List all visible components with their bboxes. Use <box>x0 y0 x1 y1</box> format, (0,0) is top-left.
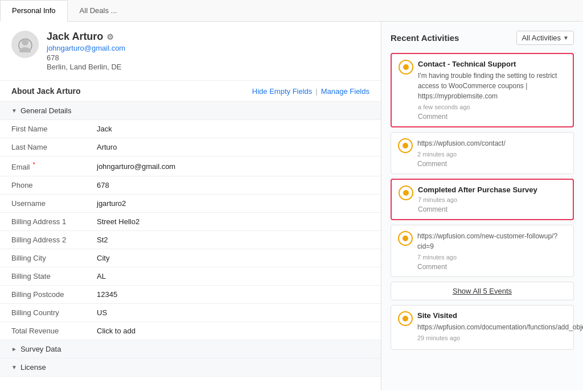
section-general-details[interactable]: ▼ General Details <box>0 102 381 120</box>
activity-time: 29 minutes ago <box>417 335 583 341</box>
activities-list: Contact - Technical SupportI'm having tr… <box>391 53 574 350</box>
activity-comment[interactable]: Comment <box>418 113 566 121</box>
field-label: Billing Postcode <box>0 286 85 304</box>
manage-fields-link[interactable]: Manage Fields <box>321 87 369 96</box>
table-row: Email *johngarturo@gmail.com <box>0 156 381 176</box>
gear-icon[interactable]: ⚙ <box>106 32 114 42</box>
table-row: Phone678 <box>0 176 381 195</box>
field-label: Billing Address 2 <box>0 231 85 249</box>
tab-all-deals[interactable]: All Deals ... <box>68 0 129 21</box>
activity-content: https://wpfusion.com/contact/2 minutes a… <box>417 138 566 168</box>
field-value[interactable]: Click to add <box>85 322 381 340</box>
section-license[interactable]: ▼ License <box>0 358 381 377</box>
activity-body: I'm having trouble finding the setting t… <box>418 71 566 101</box>
right-panel: Recent Activities All Activities ▼ Conta… <box>381 22 583 390</box>
profile-info: Jack Arturo ⚙ johngarturo@gmail.com 678 … <box>47 31 125 71</box>
field-value: St2 <box>85 231 381 249</box>
profile-phone: 678 <box>47 53 125 62</box>
activity-item-header: Completed After Purchase Survey7 minutes… <box>399 185 566 213</box>
left-panel: ◯ Jack Arturo ⚙ johngarturo@gmail.com 67… <box>0 22 381 390</box>
avatar: ◯ <box>11 31 39 58</box>
field-value: Arturo <box>85 138 381 156</box>
field-label: Last Name <box>0 138 85 156</box>
activity-item-header: https://wpfusion.com/new-customer-follow… <box>398 231 566 271</box>
tab-personal-info[interactable]: Personal Info <box>0 0 68 22</box>
activity-body: https://wpfusion.com/new-customer-follow… <box>417 231 566 251</box>
field-label: Phone <box>0 176 85 195</box>
activity-icon-inner <box>403 143 408 148</box>
field-value: AL <box>85 267 381 286</box>
field-label: Username <box>0 195 85 213</box>
activity-item: https://wpfusion.com/new-customer-follow… <box>391 225 574 277</box>
dropdown-arrow-icon: ▼ <box>563 35 569 41</box>
about-actions: Hide Empty Fields | Manage Fields <box>252 87 369 96</box>
field-value: US <box>85 304 381 322</box>
fields-table: First NameJackLast NameArturoEmail *john… <box>0 120 381 340</box>
activity-item-header: Site Visitedhttps://wpfusion.com/documen… <box>398 311 566 344</box>
field-label: Billing City <box>0 249 85 267</box>
tabs-container: Personal Info All Deals ... <box>0 0 583 22</box>
field-value: jgarturo2 <box>85 195 381 213</box>
activity-filter-label: All Activities <box>522 34 561 42</box>
hide-empty-fields-link[interactable]: Hide Empty Fields <box>252 87 312 96</box>
activity-icon-inner <box>403 64 409 70</box>
table-row: Billing CountryUS <box>0 304 381 322</box>
show-all-events[interactable]: Show All 5 Events <box>391 282 574 300</box>
chevron-right-icon: ► <box>11 346 17 352</box>
about-section: About Jack Arturo Hide Empty Fields | Ma… <box>0 81 381 377</box>
table-row: Last NameArturo <box>0 138 381 156</box>
field-value: Street Hello2 <box>85 213 381 231</box>
activity-title: Contact - Technical Support <box>418 60 566 68</box>
chevron-down-icon: ▼ <box>11 108 17 114</box>
activity-body: https://wpfusion.com/documentation/funct… <box>417 322 583 332</box>
activity-icon-inner <box>403 236 408 241</box>
table-row: Billing Address 1Street Hello2 <box>0 213 381 231</box>
activity-filter-dropdown[interactable]: All Activities ▼ <box>516 31 574 45</box>
activity-body: https://wpfusion.com/contact/ <box>417 138 566 148</box>
field-label: Email * <box>0 156 85 176</box>
activity-item: https://wpfusion.com/contact/2 minutes a… <box>391 132 574 174</box>
activity-time: 2 minutes ago <box>417 151 566 158</box>
activity-item-header: https://wpfusion.com/contact/2 minutes a… <box>398 138 566 168</box>
right-panel-header: Recent Activities All Activities ▼ <box>391 31 574 45</box>
activity-icon <box>399 185 413 200</box>
activity-item: Site Visitedhttps://wpfusion.com/documen… <box>391 305 574 350</box>
profile-name: Jack Arturo ⚙ <box>47 31 125 43</box>
activity-time: a few seconds ago <box>418 104 566 110</box>
activity-title: Completed After Purchase Survey <box>418 185 566 194</box>
activity-icon-inner <box>403 190 409 196</box>
required-star: * <box>31 161 35 168</box>
activity-item-header: Contact - Technical SupportI'm having tr… <box>399 60 566 121</box>
table-row: Billing CityCity <box>0 249 381 267</box>
activity-icon <box>398 138 413 153</box>
activity-title: Site Visited <box>417 311 583 320</box>
activity-comment[interactable]: Comment <box>417 263 566 271</box>
activity-content: Site Visitedhttps://wpfusion.com/documen… <box>417 311 583 344</box>
activity-comment[interactable]: Comment <box>417 160 566 168</box>
activity-icon <box>399 60 413 75</box>
profile-email[interactable]: johngarturo@gmail.com <box>47 44 125 52</box>
activity-time: 7 minutes ago <box>417 254 566 261</box>
field-value: 12345 <box>85 286 381 304</box>
activity-icon-inner <box>403 316 408 321</box>
avatar-svg <box>17 36 33 52</box>
activity-item: Completed After Purchase Survey7 minutes… <box>391 179 574 220</box>
svg-point-1 <box>19 47 31 52</box>
section-survey-data[interactable]: ► Survey Data <box>0 340 381 358</box>
field-value: johngarturo@gmail.com <box>85 156 381 176</box>
activity-time: 7 minutes ago <box>418 196 566 203</box>
section-label: General Details <box>20 106 72 115</box>
show-all-link[interactable]: Show All 5 Events <box>453 287 512 295</box>
field-label: Billing State <box>0 267 85 286</box>
field-label: Billing Address 1 <box>0 213 85 231</box>
profile-header: ◯ Jack Arturo ⚙ johngarturo@gmail.com 67… <box>0 22 381 81</box>
activity-comment[interactable]: Comment <box>418 205 566 213</box>
table-row: Billing Postcode12345 <box>0 286 381 304</box>
chevron-down-icon-2: ▼ <box>11 364 17 370</box>
field-label: Billing Country <box>0 304 85 322</box>
profile-location: Berlin, Land Berlin, DE <box>47 63 125 71</box>
table-row: First NameJack <box>0 120 381 138</box>
field-value: City <box>85 249 381 267</box>
about-header: About Jack Arturo Hide Empty Fields | Ma… <box>0 81 381 102</box>
table-row: Total RevenueClick to add <box>0 322 381 340</box>
